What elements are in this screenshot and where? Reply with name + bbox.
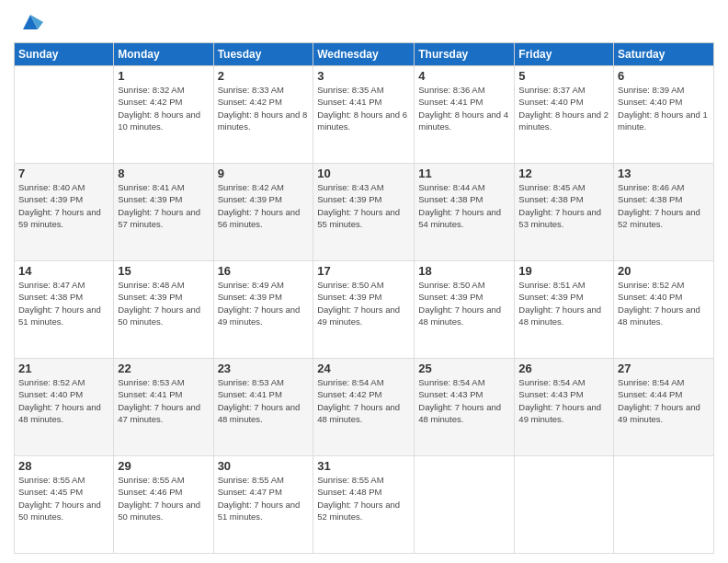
day-info: Sunrise: 8:49 AMSunset: 4:39 PMDaylight:… [218,279,310,327]
day-number: 10 [317,167,410,180]
day-info: Sunrise: 8:44 AMSunset: 4:38 PMDaylight:… [418,181,510,230]
calendar-cell: 17 Sunrise: 8:50 AMSunset: 4:39 PMDaylig… [313,261,415,359]
day-info: Sunrise: 8:55 AMSunset: 4:48 PMDaylight:… [317,474,410,523]
day-number: 2 [218,69,310,83]
day-number: 1 [118,69,209,83]
day-info: Sunrise: 8:41 AMSunset: 4:39 PMDaylight:… [118,181,209,230]
calendar-cell: 21 Sunrise: 8:52 AMSunset: 4:40 PMDaylig… [15,359,114,456]
calendar-cell: 25 Sunrise: 8:54 AMSunset: 4:43 PMDaylig… [415,359,515,456]
weekday-header-tuesday: Tuesday [213,43,313,66]
day-info: Sunrise: 8:50 AMSunset: 4:39 PMDaylight:… [317,279,410,327]
day-number: 3 [317,69,410,83]
calendar-cell: 26 Sunrise: 8:54 AMSunset: 4:43 PMDaylig… [515,359,614,456]
day-info: Sunrise: 8:54 AMSunset: 4:43 PMDaylight:… [418,376,510,425]
day-number: 31 [317,459,410,473]
day-number: 25 [418,362,510,375]
day-number: 11 [418,167,510,180]
weekday-header-monday: Monday [114,43,213,66]
day-info: Sunrise: 8:48 AMSunset: 4:39 PMDaylight:… [118,279,209,327]
weekday-header-sunday: Sunday [15,43,114,66]
header [14,9,714,35]
day-info: Sunrise: 8:32 AMSunset: 4:42 PMDaylight:… [118,84,209,132]
day-info: Sunrise: 8:33 AMSunset: 4:42 PMDaylight:… [218,84,310,132]
day-info: Sunrise: 8:45 AMSunset: 4:38 PMDaylight:… [518,181,609,230]
day-number: 22 [118,362,209,375]
calendar-cell: 13 Sunrise: 8:46 AMSunset: 4:38 PMDaylig… [614,164,714,261]
calendar-cell: 15 Sunrise: 8:48 AMSunset: 4:39 PMDaylig… [114,261,213,359]
calendar-cell: 18 Sunrise: 8:50 AMSunset: 4:39 PMDaylig… [415,261,515,359]
day-number: 21 [18,362,109,375]
week-row-2: 14 Sunrise: 8:47 AMSunset: 4:38 PMDaylig… [15,261,714,359]
day-number: 9 [218,167,310,180]
day-number: 5 [518,69,609,83]
day-info: Sunrise: 8:37 AMSunset: 4:40 PMDaylight:… [518,84,609,132]
day-info: Sunrise: 8:54 AMSunset: 4:43 PMDaylight:… [518,376,609,425]
day-number: 27 [618,362,710,375]
calendar-cell: 14 Sunrise: 8:47 AMSunset: 4:38 PMDaylig… [15,261,114,359]
day-number: 8 [118,167,209,180]
week-row-0: 1 Sunrise: 8:32 AMSunset: 4:42 PMDayligh… [15,66,714,164]
day-info: Sunrise: 8:54 AMSunset: 4:44 PMDaylight:… [618,376,710,425]
calendar-cell: 16 Sunrise: 8:49 AMSunset: 4:39 PMDaylig… [213,261,313,359]
calendar-table: SundayMondayTuesdayWednesdayThursdayFrid… [14,42,714,554]
calendar-cell: 4 Sunrise: 8:36 AMSunset: 4:41 PMDayligh… [415,66,515,164]
calendar-cell: 23 Sunrise: 8:53 AMSunset: 4:41 PMDaylig… [213,359,313,456]
day-number: 12 [518,167,609,180]
day-number: 13 [618,167,710,180]
day-info: Sunrise: 8:47 AMSunset: 4:38 PMDaylight:… [18,279,109,327]
calendar-cell: 3 Sunrise: 8:35 AMSunset: 4:41 PMDayligh… [313,66,415,164]
day-info: Sunrise: 8:52 AMSunset: 4:40 PMDaylight:… [618,279,710,327]
day-info: Sunrise: 8:55 AMSunset: 4:45 PMDaylight:… [18,474,109,523]
calendar-cell: 29 Sunrise: 8:55 AMSunset: 4:46 PMDaylig… [114,456,213,554]
weekday-header-friday: Friday [515,43,614,66]
day-number: 7 [18,167,109,180]
calendar-cell: 10 Sunrise: 8:43 AMSunset: 4:39 PMDaylig… [313,164,415,261]
calendar-cell [515,456,614,554]
weekday-header-saturday: Saturday [614,43,714,66]
day-info: Sunrise: 8:54 AMSunset: 4:42 PMDaylight:… [317,376,410,425]
calendar-cell: 31 Sunrise: 8:55 AMSunset: 4:48 PMDaylig… [313,456,415,554]
day-info: Sunrise: 8:46 AMSunset: 4:38 PMDaylight:… [618,181,710,230]
day-number: 23 [218,362,310,375]
calendar-cell: 24 Sunrise: 8:54 AMSunset: 4:42 PMDaylig… [313,359,415,456]
day-number: 29 [118,459,209,473]
week-row-4: 28 Sunrise: 8:55 AMSunset: 4:45 PMDaylig… [15,456,714,554]
day-number: 28 [18,459,109,473]
calendar-cell: 2 Sunrise: 8:33 AMSunset: 4:42 PMDayligh… [213,66,313,164]
day-info: Sunrise: 8:53 AMSunset: 4:41 PMDaylight:… [218,376,310,425]
weekday-header-row: SundayMondayTuesdayWednesdayThursdayFrid… [15,43,714,66]
calendar-cell: 12 Sunrise: 8:45 AMSunset: 4:38 PMDaylig… [515,164,614,261]
calendar-cell: 30 Sunrise: 8:55 AMSunset: 4:47 PMDaylig… [213,456,313,554]
day-info: Sunrise: 8:35 AMSunset: 4:41 PMDaylight:… [317,84,410,132]
day-number: 14 [18,264,109,278]
day-info: Sunrise: 8:55 AMSunset: 4:47 PMDaylight:… [218,474,310,523]
calendar-cell: 7 Sunrise: 8:40 AMSunset: 4:39 PMDayligh… [15,164,114,261]
calendar-cell: 9 Sunrise: 8:42 AMSunset: 4:39 PMDayligh… [213,164,313,261]
calendar-cell: 8 Sunrise: 8:41 AMSunset: 4:39 PMDayligh… [114,164,213,261]
day-info: Sunrise: 8:52 AMSunset: 4:40 PMDaylight:… [18,376,109,425]
logo-icon [17,9,43,35]
calendar-cell: 27 Sunrise: 8:54 AMSunset: 4:44 PMDaylig… [614,359,714,456]
calendar-cell [415,456,515,554]
logo [14,9,43,35]
day-number: 17 [317,264,410,278]
calendar-cell: 11 Sunrise: 8:44 AMSunset: 4:38 PMDaylig… [415,164,515,261]
day-info: Sunrise: 8:39 AMSunset: 4:40 PMDaylight:… [618,84,710,132]
calendar-cell: 20 Sunrise: 8:52 AMSunset: 4:40 PMDaylig… [614,261,714,359]
day-number: 19 [518,264,609,278]
calendar-cell: 6 Sunrise: 8:39 AMSunset: 4:40 PMDayligh… [614,66,714,164]
weekday-header-thursday: Thursday [415,43,515,66]
day-number: 20 [618,264,710,278]
calendar-cell [614,456,714,554]
day-info: Sunrise: 8:53 AMSunset: 4:41 PMDaylight:… [118,376,209,425]
day-number: 26 [518,362,609,375]
day-info: Sunrise: 8:43 AMSunset: 4:39 PMDaylight:… [317,181,410,230]
day-number: 30 [218,459,310,473]
page: SundayMondayTuesdayWednesdayThursdayFrid… [0,0,728,563]
calendar-cell: 28 Sunrise: 8:55 AMSunset: 4:45 PMDaylig… [15,456,114,554]
day-info: Sunrise: 8:51 AMSunset: 4:39 PMDaylight:… [518,279,609,327]
day-info: Sunrise: 8:55 AMSunset: 4:46 PMDaylight:… [118,474,209,523]
weekday-header-wednesday: Wednesday [313,43,415,66]
day-number: 6 [618,69,710,83]
day-number: 4 [418,69,510,83]
